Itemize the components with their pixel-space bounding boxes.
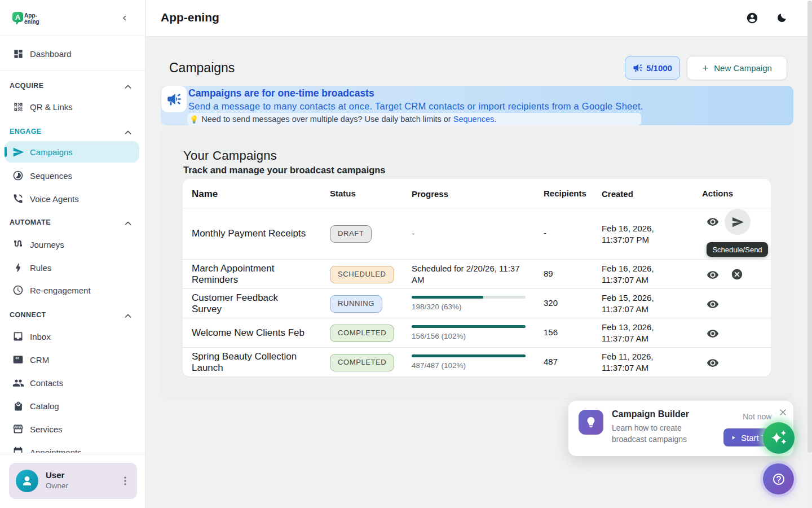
svg-text:A: A bbox=[15, 13, 21, 21]
